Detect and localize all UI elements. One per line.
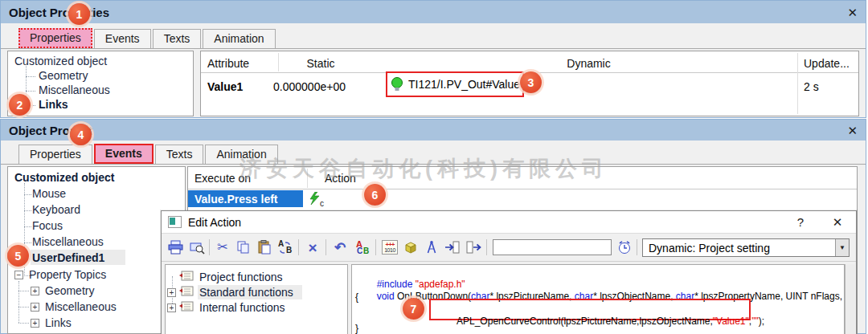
window1-tree-panel: Customized object Geometry Miscellaneous… — [7, 51, 194, 116]
tree-item-links[interactable]: Links — [39, 98, 68, 111]
event-row-label: Value.Press left — [194, 193, 278, 206]
cut-icon[interactable]: ✂ — [213, 238, 232, 257]
cell-update[interactable]: 2 s — [804, 80, 819, 93]
tree-item-keyboard[interactable]: Keyboard — [32, 203, 80, 216]
action-script-subscript: c — [320, 199, 324, 208]
tab-properties[interactable]: Properties — [18, 28, 92, 48]
expand-icon[interactable]: + — [167, 303, 176, 312]
annotation-7: 7 — [403, 298, 424, 320]
tree-item-focus[interactable]: Focus — [32, 219, 63, 232]
cell-dynamic[interactable]: TI121/I.PV_Out#Value — [408, 78, 520, 91]
tree-item-miscellaneous[interactable]: Miscellaneous — [32, 235, 104, 248]
close-icon[interactable]: ✕ — [847, 6, 858, 18]
annotation-4: 4 — [70, 124, 92, 145]
tab-events[interactable]: Events — [94, 29, 151, 48]
tree-item-customized-object[interactable]: Customized object — [14, 171, 114, 184]
tree-item-miscellaneous-2[interactable]: Miscellaneous — [45, 300, 117, 313]
annotation-6: 6 — [364, 184, 386, 206]
dialog-title: Edit Action — [188, 216, 241, 229]
column-header-attribute: Attribute — [207, 57, 249, 70]
dynamic-setting-value: Dynamic: Project setting — [643, 242, 770, 255]
tree-item-geometry[interactable]: Geometry — [39, 69, 88, 82]
tree-item-geometry[interactable]: Geometry — [45, 284, 94, 297]
code-line-close-brace: } — [355, 323, 358, 334]
undo-icon[interactable]: ↶ — [330, 238, 350, 257]
tree-item-mouse[interactable]: Mouse — [32, 187, 66, 200]
tab-properties[interactable]: Properties — [18, 145, 92, 164]
dialog-app-icon — [168, 216, 182, 228]
print-preview-icon[interactable] — [187, 238, 207, 257]
trigger-clock-icon[interactable] — [615, 238, 634, 257]
toolbar-separator — [209, 239, 210, 255]
object-properties-window-1: Object Properties ✕ Properties Events Te… — [0, 0, 866, 118]
bulb-icon[interactable] — [391, 76, 403, 96]
header-divider — [188, 189, 857, 189]
chevron-down-icon[interactable]: ▼ — [835, 239, 849, 256]
number-format-icon[interactable]: +++1010 — [380, 238, 399, 257]
tab-texts[interactable]: Texts — [155, 145, 204, 164]
column-header-static: Static — [268, 57, 373, 70]
toolbar-separator — [486, 239, 487, 255]
close-icon[interactable]: ✕ — [825, 215, 850, 230]
export-icon[interactable] — [464, 238, 483, 257]
help-icon[interactable]: ? — [788, 215, 813, 229]
tab-events[interactable]: Events — [94, 144, 154, 164]
action-script-icon[interactable] — [309, 192, 321, 209]
expand-icon[interactable]: + — [31, 319, 39, 328]
tree-item-miscellaneous[interactable]: Miscellaneous — [39, 84, 110, 96]
check-spelling-icon[interactable]: A C B — [353, 238, 372, 257]
function-group-project[interactable]: Project functions — [199, 271, 283, 283]
compass-icon[interactable] — [422, 238, 441, 257]
annotation-1: 1 — [68, 3, 90, 25]
function-group-icon — [178, 271, 194, 286]
column-divider — [278, 53, 279, 71]
cell-attribute[interactable]: Value1 — [207, 80, 243, 93]
tree-item-links[interactable]: Links — [45, 316, 72, 329]
trigger-input[interactable] — [493, 239, 612, 255]
object-cube-icon[interactable] — [401, 238, 420, 257]
screen: Object Properties ✕ Properties Events Te… — [0, 0, 868, 334]
import-icon[interactable] — [443, 238, 462, 257]
window1-titlebar: Object Properties ✕ — [1, 1, 866, 23]
function-group-internal[interactable]: Internal functions — [199, 301, 285, 314]
replace-icon[interactable]: A B — [276, 238, 295, 257]
delete-icon[interactable]: × — [303, 238, 322, 257]
code-line-call: APL_OpenCurveControl(lpszPictureName,lps… — [436, 304, 764, 334]
column-divider — [797, 53, 798, 114]
tab-texts[interactable]: Texts — [153, 29, 202, 48]
column-header-update: Update... — [804, 57, 850, 70]
expand-icon[interactable]: + — [31, 303, 39, 312]
tree-connector — [18, 307, 29, 308]
collapse-icon[interactable]: − — [14, 271, 23, 279]
code-scrollbar[interactable] — [845, 264, 855, 334]
function-tree-panel: Project functions + Standard functions +… — [165, 264, 348, 334]
close-icon[interactable]: ✕ — [847, 124, 858, 136]
event-row-selected[interactable]: Value.Press left — [188, 190, 303, 207]
paste-icon[interactable] — [255, 238, 274, 257]
toolbar-separator — [326, 239, 326, 255]
tree-item-userdefined1[interactable]: UserDefined1 — [32, 251, 104, 264]
tree-item-customized-object[interactable]: Customized object — [14, 55, 107, 67]
window2-tree-panel: Customized object Mouse Keyboard Focus M… — [7, 166, 186, 334]
tree-connector — [18, 281, 19, 323]
cell-static[interactable]: 0.000000e+00 — [257, 80, 362, 93]
edit-action-dialog: Edit Action ? ✕ ✂ A B — [161, 210, 857, 334]
function-group-icon — [178, 301, 194, 316]
print-icon[interactable] — [166, 238, 186, 257]
expand-icon[interactable]: + — [167, 288, 176, 297]
window2-titlebar: Object Propert ✕ — [1, 120, 866, 141]
tree-connector — [24, 194, 31, 195]
function-group-standard[interactable]: Standard functions — [199, 286, 293, 299]
expand-icon[interactable]: + — [31, 287, 39, 295]
annotation-3: 3 — [520, 71, 542, 93]
code-editor[interactable]: #include "apdefap.h" void OnLButtonDown(… — [351, 264, 845, 334]
dialog-titlebar: Edit Action ? ✕ — [162, 211, 856, 234]
tree-item-property-topics[interactable]: Property Topics — [29, 268, 106, 281]
copy-icon[interactable] — [234, 238, 253, 257]
tree-connector — [18, 323, 29, 324]
function-group-icon — [178, 286, 194, 301]
dynamic-setting-select[interactable]: Dynamic: Project setting ▼ — [642, 238, 850, 257]
toolbar-separator — [375, 239, 376, 255]
tab-animation[interactable]: Animation — [203, 29, 275, 48]
tree-connector — [26, 76, 35, 77]
